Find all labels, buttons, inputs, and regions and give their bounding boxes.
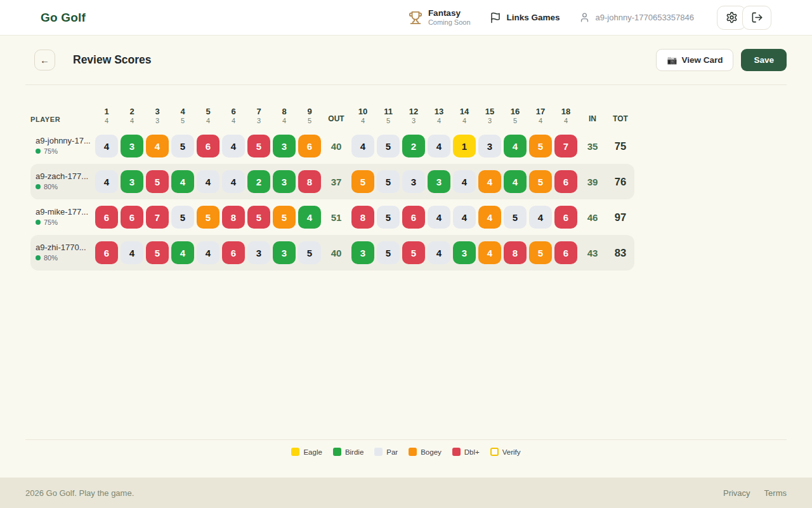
score-cell[interactable]: 4 — [478, 170, 501, 193]
nav-links-games[interactable]: Links Games — [490, 12, 560, 23]
score-cell[interactable]: 3 — [351, 241, 374, 264]
score-cell[interactable]: 6 — [95, 206, 118, 229]
score-cell[interactable]: 5 — [377, 170, 400, 193]
tot-column-header: TOT — [606, 114, 634, 128]
score-cell[interactable]: 6 — [95, 241, 118, 264]
score-cell[interactable]: 4 — [95, 170, 118, 193]
score-cell[interactable]: 5 — [273, 206, 296, 229]
player-status: 75% — [36, 147, 94, 156]
score-cell[interactable]: 4 — [222, 170, 245, 193]
score-cell[interactable]: 5 — [504, 206, 527, 229]
score-cell[interactable]: 5 — [402, 241, 425, 264]
gear-icon — [726, 11, 738, 23]
toolbar: ← Review Scores 📷 View Card Save — [25, 36, 787, 85]
score-cell[interactable]: 8 — [504, 241, 527, 264]
score-cell[interactable]: 6 — [197, 135, 219, 157]
privacy-link[interactable]: Privacy — [723, 488, 750, 498]
player-cell: a9-zhi-1770...80% — [30, 243, 94, 262]
score-cell[interactable]: 3 — [478, 135, 501, 157]
score-cell[interactable]: 3 — [273, 135, 296, 157]
score-cell[interactable]: 5 — [377, 206, 400, 229]
score-cell[interactable]: 5 — [529, 170, 552, 193]
eagle-swatch-icon — [291, 448, 299, 456]
score-cell[interactable]: 3 — [247, 241, 270, 264]
user-account[interactable]: a9-johnny-1770653357846 — [579, 12, 694, 23]
score-cell[interactable]: 4 — [197, 170, 219, 193]
dbl-swatch-icon — [452, 448, 461, 456]
score-cell[interactable]: 5 — [377, 241, 400, 264]
score-cell[interactable]: 5 — [247, 206, 270, 229]
score-cell[interactable]: 8 — [298, 170, 321, 193]
score-cell[interactable]: 5 — [171, 206, 194, 229]
nav-fantasy[interactable]: Fantasy Coming Soon — [409, 8, 471, 26]
hole-par: 4 — [426, 117, 452, 126]
score-cell[interactable]: 6 — [298, 135, 321, 157]
score-cell[interactable]: 4 — [171, 241, 194, 264]
score-cell[interactable]: 4 — [95, 135, 118, 157]
score-cell[interactable]: 6 — [222, 241, 245, 264]
score-cell[interactable]: 4 — [197, 241, 219, 264]
app-logo[interactable]: Go Golf — [41, 11, 86, 25]
score-cell[interactable]: 3 — [273, 170, 296, 193]
score-cell[interactable]: 6 — [402, 206, 425, 229]
score-cell[interactable]: 4 — [351, 135, 374, 157]
score-cell[interactable]: 4 — [478, 206, 501, 229]
logout-button[interactable] — [742, 6, 771, 30]
score-cell[interactable]: 6 — [554, 170, 577, 193]
score-cell[interactable]: 4 — [222, 135, 245, 157]
score-cell[interactable]: 7 — [146, 206, 169, 229]
score-cell[interactable]: 8 — [222, 206, 245, 229]
flag-icon — [490, 12, 501, 23]
score-cell[interactable]: 1 — [453, 135, 476, 157]
score-cell[interactable]: 3 — [121, 170, 143, 193]
score-cell[interactable]: 8 — [351, 206, 374, 229]
score-cell[interactable]: 3 — [428, 170, 450, 193]
score-cell[interactable]: 4 — [428, 135, 450, 157]
score-cell[interactable]: 3 — [453, 241, 476, 264]
score-cell[interactable]: 4 — [428, 206, 450, 229]
score-cell[interactable]: 5 — [529, 241, 552, 264]
score-cell[interactable]: 5 — [247, 135, 270, 157]
score-cell[interactable]: 3 — [402, 170, 425, 193]
score-cell[interactable]: 5 — [351, 170, 374, 193]
hole-number: 4 — [170, 107, 195, 117]
score-cell[interactable]: 5 — [171, 135, 194, 157]
score-cell[interactable]: 5 — [146, 170, 169, 193]
legend-label: Birdie — [345, 448, 363, 456]
score-cell[interactable]: 5 — [377, 135, 400, 157]
score-cell[interactable]: 4 — [121, 241, 143, 264]
score-cell[interactable]: 4 — [504, 135, 527, 157]
score-cell[interactable]: 5 — [146, 241, 169, 264]
score-cell[interactable]: 6 — [554, 206, 577, 229]
save-button[interactable]: Save — [741, 49, 787, 71]
score-cell[interactable]: 5 — [197, 206, 219, 229]
score-cell[interactable]: 3 — [273, 241, 296, 264]
score-cell[interactable]: 4 — [146, 135, 169, 157]
score-cell[interactable]: 4 — [504, 170, 527, 193]
score-cell[interactable]: 4 — [298, 206, 321, 229]
score-cell[interactable]: 2 — [247, 170, 270, 193]
score-cell[interactable]: 4 — [478, 241, 501, 264]
back-button[interactable]: ← — [34, 50, 55, 70]
score-cell[interactable]: 4 — [529, 206, 552, 229]
hole-header: 33 — [145, 107, 170, 128]
hole-header: 54 — [195, 107, 221, 128]
score-cell[interactable]: 5 — [529, 135, 552, 157]
score-cell[interactable]: 4 — [453, 170, 476, 193]
score-cell[interactable]: 4 — [171, 170, 194, 193]
score-cell[interactable]: 7 — [554, 135, 577, 157]
score-cell[interactable]: 3 — [121, 135, 143, 157]
score-cell[interactable]: 5 — [298, 241, 321, 264]
out-total: 51 — [322, 212, 350, 223]
score-cell[interactable]: 6 — [121, 206, 143, 229]
score-cell[interactable]: 2 — [402, 135, 425, 157]
score-cell[interactable]: 6 — [554, 241, 577, 264]
legend-item: Bogey — [409, 448, 442, 456]
score-cell[interactable]: 4 — [453, 206, 476, 229]
terms-link[interactable]: Terms — [764, 488, 787, 498]
player-cell: a9-johnny-17...75% — [30, 136, 94, 156]
birdie-swatch-icon — [333, 448, 341, 456]
score-cell[interactable]: 4 — [428, 241, 450, 264]
hole-par: 4 — [553, 117, 579, 126]
view-card-button[interactable]: 📷 View Card — [656, 49, 733, 71]
